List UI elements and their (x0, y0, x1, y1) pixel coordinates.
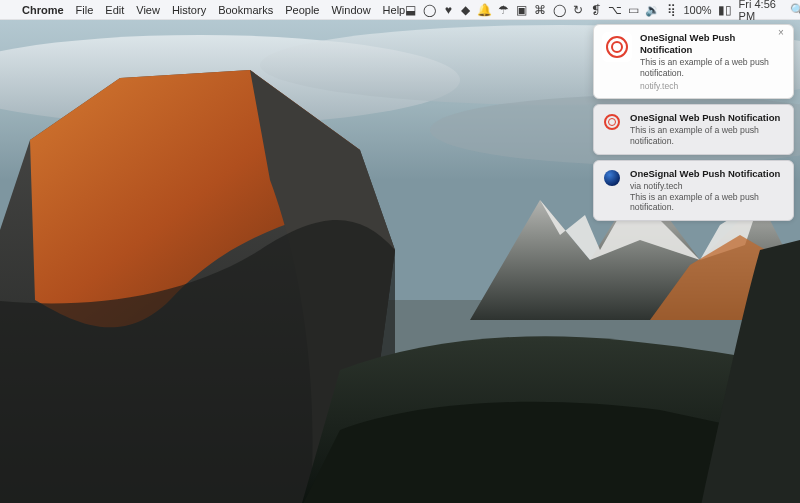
app-menu[interactable]: Chrome (22, 4, 64, 16)
notification-subtitle: via notify.tech (630, 181, 785, 192)
menu-people[interactable]: People (285, 4, 319, 16)
wifi-icon[interactable]: ⢿ (666, 3, 676, 16)
notification-body-line: This is an example of a web push notific… (630, 192, 785, 214)
notification-title: OneSignal Web Push Notification (630, 112, 785, 124)
notification-title: OneSignal Web Push Notification (630, 168, 785, 180)
notification-card[interactable]: × OneSignal Web Push Notification This i… (593, 24, 794, 99)
notification-card[interactable]: OneSignal Web Push Notification via noti… (593, 160, 794, 222)
onesignal-icon (604, 114, 620, 130)
menu-history[interactable]: History (172, 4, 206, 16)
notification-app-icon (602, 32, 632, 62)
menu-view[interactable]: View (136, 4, 160, 16)
bell-icon[interactable]: 🔔 (478, 3, 491, 16)
notification-app-icon (602, 112, 622, 132)
notification-source: notify.tech (640, 81, 785, 92)
bluetooth-icon[interactable]: ⌥ (608, 3, 621, 16)
clock[interactable]: Fri 4:56 PM (739, 0, 785, 22)
status-icons: ⬓ ◯ ♥ ◆ 🔔 ☂ ▣ ⌘ ◯ ↻ ❡ ⌥ ▭ 🔉 ⢿ 100% ▮▯ Fr… (405, 0, 800, 22)
diamond-icon[interactable]: ◆ (461, 3, 471, 16)
arrow-icon[interactable]: ↻ (573, 3, 583, 16)
cmd-icon[interactable]: ⌘ (534, 3, 546, 16)
close-icon[interactable]: × (778, 28, 788, 38)
menu-bookmarks[interactable]: Bookmarks (218, 4, 273, 16)
circle-icon[interactable]: ◯ (553, 3, 566, 16)
display-icon[interactable]: ▭ (628, 3, 639, 16)
menu-help[interactable]: Help (383, 4, 406, 16)
box-icon[interactable]: ▣ (516, 3, 527, 16)
menu-window[interactable]: Window (331, 4, 370, 16)
shield-icon[interactable]: ♥ (443, 3, 453, 16)
umbrella-icon[interactable]: ☂ (498, 3, 509, 16)
menu-edit[interactable]: Edit (105, 4, 124, 16)
notification-title: OneSignal Web Push Notification (640, 32, 785, 56)
menu-bar: Chrome File Edit View History Bookmarks … (0, 0, 800, 20)
dropbox-icon[interactable]: ⬓ (405, 3, 416, 16)
sync-icon[interactable]: ◯ (423, 3, 436, 16)
spotlight-icon[interactable]: 🔍 (791, 3, 800, 16)
globe-icon (604, 170, 620, 186)
menu-file[interactable]: File (76, 4, 94, 16)
onesignal-icon (606, 36, 628, 58)
volume-icon[interactable]: 🔉 (646, 3, 659, 16)
tag-icon[interactable]: ❡ (591, 3, 601, 16)
notification-card[interactable]: OneSignal Web Push Notification This is … (593, 104, 794, 155)
notification-stack: × OneSignal Web Push Notification This i… (593, 24, 794, 221)
battery-icon[interactable]: ▮▯ (719, 3, 732, 16)
wifi-percent: 100% (683, 4, 711, 16)
notification-body-line: This is an example of a web push (640, 57, 785, 68)
notification-body-line: This is an example of a web push notific… (630, 125, 785, 147)
notification-body-line: notification. (640, 68, 785, 79)
notification-app-icon (602, 168, 622, 188)
